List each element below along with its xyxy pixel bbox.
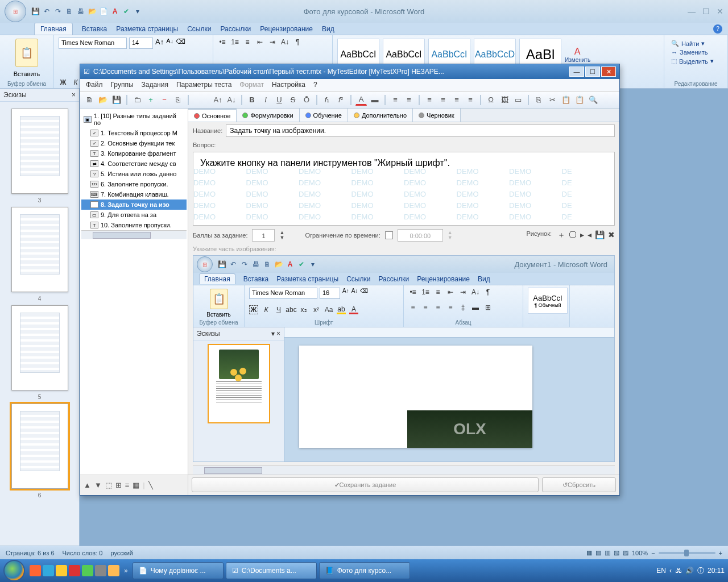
tab-additional[interactable]: Дополнительно — [348, 109, 413, 122]
tray-info-icon[interactable]: ⓘ — [697, 566, 704, 576]
reset-button[interactable]: ↺ Сбросить — [542, 477, 616, 492]
tb-open-icon[interactable]: 📂 — [97, 94, 109, 106]
minimize-icon[interactable]: — — [688, 7, 696, 16]
tb-paste-icon[interactable]: 📋 — [560, 94, 572, 106]
thumbnail-page[interactable] — [11, 207, 68, 292]
tb-font-grow-icon[interactable]: A↑ — [212, 94, 224, 106]
img-screen-icon[interactable]: 🖵 — [569, 230, 577, 240]
tree-item[interactable]: ⇄4. Соответствие между св — [81, 159, 187, 169]
print-preview-icon[interactable]: 🗎 — [65, 7, 74, 16]
indent-right-icon[interactable]: ⇥ — [268, 38, 277, 47]
undo-icon[interactable]: ↶ — [42, 7, 51, 16]
tab-view[interactable]: Вид — [322, 25, 334, 33]
zoom-out-icon[interactable]: − — [651, 550, 655, 556]
save-icon[interactable]: 💾 — [31, 7, 40, 16]
thumbnail-page[interactable] — [11, 109, 68, 194]
list-icon[interactable]: ≡ — [125, 481, 130, 489]
taskbar-task-active[interactable]: ☑ C:\Documents a... — [226, 562, 317, 579]
find-button[interactable]: 🔍 Найти ▾ — [671, 40, 721, 47]
mte-close-icon[interactable]: ✕ — [601, 66, 616, 77]
menu-help[interactable]: ? — [313, 81, 317, 89]
brush-icon[interactable]: ╲ — [148, 481, 153, 489]
font-name-select[interactable]: Times New Roman — [59, 38, 127, 49]
folder-icon[interactable] — [108, 565, 119, 576]
img-next-icon[interactable]: ▸ — [580, 230, 584, 240]
tray-lang[interactable]: EN — [656, 567, 666, 575]
img-prev-icon[interactable]: ◂ — [588, 230, 592, 240]
thumbnail-page-selected[interactable] — [11, 404, 68, 489]
view-outline-icon[interactable]: ▧ — [614, 549, 619, 556]
italic-icon[interactable]: К — [71, 78, 80, 87]
mte-maximize-icon[interactable]: ☐ — [585, 66, 600, 77]
quick-print-icon[interactable]: 🖶 — [76, 7, 85, 16]
tree-item[interactable]: ⌨7. Комбинация клавиш. — [81, 189, 187, 199]
indent-left-icon[interactable]: ⇤ — [255, 38, 264, 47]
move-up-icon[interactable]: ▲ — [84, 481, 91, 489]
tray-network-icon[interactable]: 🖧 — [675, 567, 682, 575]
firefox-icon[interactable] — [30, 565, 41, 576]
tree-item-selected[interactable]: ⊕8. Задать точку на изо — [81, 199, 187, 210]
tab-review[interactable]: Рецензирование — [260, 25, 313, 33]
tb-object-icon[interactable]: ▭ — [512, 94, 524, 106]
show-marks-icon[interactable]: ¶ — [293, 38, 302, 47]
tab-layout[interactable]: Разметка страницы — [116, 25, 178, 33]
img-add-icon[interactable]: ＋ — [557, 230, 565, 240]
tab-references[interactable]: Ссылки — [187, 25, 211, 33]
tree-item[interactable]: 1236. Заполните пропуски. — [81, 179, 187, 189]
maximize-icon[interactable]: ☐ — [702, 7, 710, 16]
tb-formula-f2-icon[interactable]: f² — [335, 94, 346, 106]
numbering-icon[interactable]: 1≡ — [230, 38, 239, 47]
opera-icon[interactable] — [69, 565, 80, 576]
tab-draft[interactable]: Черновик — [413, 109, 461, 122]
bold-icon[interactable]: Ж — [59, 78, 68, 87]
tray-volume-icon[interactable]: 🔊 — [685, 567, 694, 575]
move-down-icon[interactable]: ▼ — [94, 481, 102, 489]
bullets-icon[interactable]: •≡ — [218, 38, 227, 47]
tree-item[interactable]: ?5. Истина или ложь данно — [81, 169, 187, 179]
qat-dropdown-icon[interactable]: ▾ — [133, 7, 142, 16]
app2-icon[interactable] — [95, 565, 106, 576]
status-language[interactable]: русский — [110, 550, 133, 556]
tb-align-justify-icon[interactable]: ≡ — [465, 94, 476, 106]
tb-copytb-icon[interactable]: ⎘ — [533, 94, 544, 106]
tab-home[interactable]: Главная — [34, 23, 73, 35]
grid-icon[interactable]: ▦ — [133, 481, 139, 489]
taskbar-task[interactable]: 📘 Фото для курсо... — [319, 562, 410, 579]
menu-file[interactable]: Файл — [86, 81, 103, 89]
tb-copy-icon[interactable]: ⎘ — [172, 94, 184, 106]
tb-pastesp-icon[interactable]: 📋 — [574, 94, 585, 106]
spellcheck-icon[interactable]: ✔ — [122, 7, 131, 16]
tab-formulations[interactable]: Формулировки — [237, 109, 299, 122]
tray-expand-icon[interactable]: ‹ — [669, 567, 672, 575]
embedded-word-image[interactable]: ⊞ 💾↶↷🖶🗎📂A✔▾ Документ1 - Microsoft Word Г… — [193, 255, 615, 462]
select-button[interactable]: ⬚ Выделить ▾ — [671, 57, 721, 65]
tree-item[interactable]: T10. Заполните пропуски. — [81, 220, 187, 230]
thumbnail-page[interactable] — [11, 305, 68, 390]
status-page[interactable]: Страница: 6 из 6 — [6, 550, 55, 556]
redo-icon[interactable]: ↷ — [53, 7, 63, 16]
close-thumbs-icon[interactable]: × — [72, 91, 76, 99]
app-icon[interactable] — [82, 565, 93, 576]
paste-button[interactable]: 📋 — [15, 39, 38, 67]
tb-image-icon[interactable]: 🖼 — [499, 94, 510, 106]
start-button[interactable] — [3, 560, 25, 581]
tb-new-icon[interactable]: 🗎 — [84, 94, 95, 106]
question-editor[interactable]: Укажите кнопку на панели инструментов "Ж… — [193, 152, 615, 226]
tb-folder-icon[interactable]: 🗀 — [131, 94, 143, 106]
change-styles-label[interactable]: Изменить — [565, 57, 590, 63]
menu-testparams[interactable]: Параметры теста — [176, 81, 231, 89]
view-draft-icon[interactable]: ▨ — [623, 549, 628, 556]
tab-insert[interactable]: Вставка — [82, 25, 107, 33]
tree-item[interactable]: ✓2. Основные функции тек — [81, 138, 187, 148]
clear-format-icon[interactable]: ⌫ — [176, 38, 185, 49]
tb-remove-icon[interactable]: − — [159, 94, 170, 106]
tb-save-icon[interactable]: 💾 — [111, 94, 122, 106]
office-button[interactable]: ⊞ — [5, 1, 26, 22]
view-web-icon[interactable]: ▥ — [605, 549, 610, 556]
tb-overline-icon[interactable]: Ō — [301, 94, 312, 106]
replace-button[interactable]: ↔ Заменить — [671, 49, 721, 56]
tb-font-shrink-icon[interactable]: A↓ — [226, 94, 237, 106]
img-save-icon[interactable]: 💾 — [595, 230, 605, 240]
tab-main[interactable]: Основное — [188, 109, 237, 122]
tb-align-left-icon[interactable]: ≡ — [424, 94, 435, 106]
